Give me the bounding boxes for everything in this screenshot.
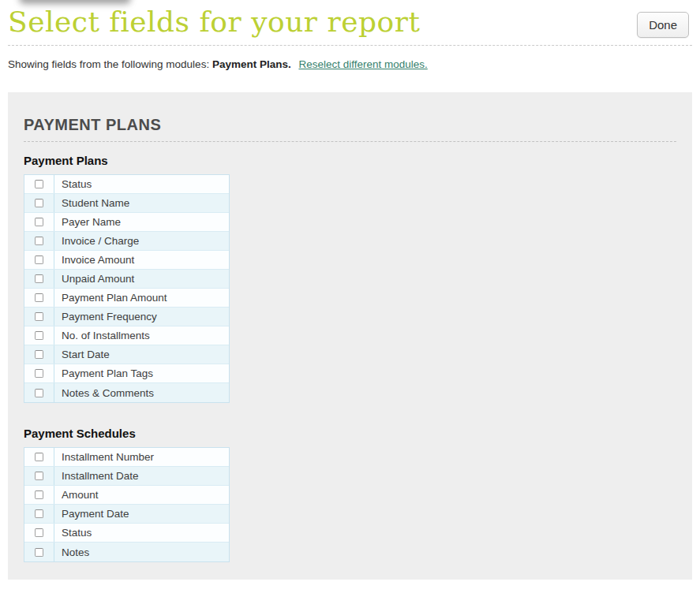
field-sections: Payment PlansStatusStudent NamePayer Nam… [24, 154, 676, 562]
checkbox-cell [24, 175, 54, 193]
field-row[interactable]: No. of Installments [24, 326, 229, 345]
checkbox-cell [24, 524, 54, 542]
field-checkbox[interactable] [35, 199, 43, 207]
field-row[interactable]: Invoice Amount [24, 251, 229, 270]
field-label: Student Name [54, 194, 129, 212]
field-table: Installment NumberInstallment DateAmount… [24, 447, 230, 562]
checkbox-cell [24, 289, 54, 307]
checkbox-cell [24, 448, 54, 466]
field-row[interactable]: Payment Frequency [24, 308, 229, 326]
field-label: Payer Name [54, 213, 121, 231]
checkbox-cell [24, 486, 54, 504]
field-checkbox[interactable] [35, 293, 43, 302]
field-label: Status [54, 175, 92, 193]
field-row[interactable]: Status [24, 175, 229, 194]
field-checkbox[interactable] [35, 255, 43, 264]
field-row[interactable]: Notes [24, 543, 229, 561]
field-label: Installment Number [54, 448, 154, 466]
reselect-modules-link[interactable]: Reselect different modules. [298, 58, 427, 70]
field-checkbox[interactable] [35, 369, 43, 378]
checkbox-cell [24, 326, 54, 345]
field-label: Payment Frequency [54, 308, 157, 326]
field-checkbox[interactable] [35, 331, 43, 340]
field-section: Payment PlansStatusStudent NamePayer Nam… [24, 154, 676, 403]
field-checkbox[interactable] [35, 312, 43, 321]
field-row[interactable]: Payment Date [24, 505, 229, 524]
field-checkbox[interactable] [35, 237, 43, 245]
panel-heading: PAYMENT PLANS [24, 116, 676, 134]
field-label: Notes & Comments [54, 383, 154, 402]
done-button[interactable]: Done [637, 12, 689, 38]
field-row[interactable]: Unpaid Amount [24, 270, 229, 289]
field-label: Invoice Amount [54, 251, 134, 269]
checkbox-cell [24, 270, 54, 288]
field-label: No. of Installments [54, 326, 150, 345]
checkbox-cell [24, 194, 54, 212]
checkbox-cell [24, 232, 54, 250]
field-row[interactable]: Installment Date [24, 467, 229, 486]
section-title: Payment Plans [24, 154, 676, 167]
field-checkbox[interactable] [35, 274, 43, 283]
field-row[interactable]: Payer Name [24, 213, 229, 232]
checkbox-cell [24, 364, 54, 382]
field-label: Start Date [54, 345, 110, 364]
field-label: Payment Plan Amount [54, 289, 167, 307]
checkbox-cell [24, 543, 54, 561]
field-label: Status [54, 524, 92, 542]
page: Select fields for your report Done Showi… [0, 0, 700, 580]
field-checkbox[interactable] [35, 509, 43, 518]
field-label: Notes [54, 543, 89, 561]
checkbox-cell [24, 505, 54, 523]
field-row[interactable]: Notes & Comments [24, 383, 229, 402]
checkbox-cell [24, 345, 54, 364]
panel-heading-divider [24, 141, 676, 142]
field-row[interactable]: Status [24, 524, 229, 543]
field-row[interactable]: Amount [24, 486, 229, 505]
field-checkbox[interactable] [35, 528, 43, 537]
field-row[interactable]: Invoice / Charge [24, 232, 229, 251]
field-checkbox[interactable] [35, 218, 43, 226]
field-label: Payment Plan Tags [54, 364, 153, 382]
page-header: Select fields for your report Done [8, 0, 692, 38]
modules-summary-prefix: Showing fields from the following module… [8, 58, 209, 70]
field-checkbox[interactable] [35, 180, 43, 188]
fields-panel: PAYMENT PLANS Payment PlansStatusStudent… [8, 92, 692, 580]
field-checkbox[interactable] [35, 548, 43, 557]
field-label: Payment Date [54, 505, 129, 523]
field-table: StatusStudent NamePayer NameInvoice / Ch… [24, 174, 230, 403]
field-section: Payment SchedulesInstallment NumberInsta… [24, 427, 676, 562]
checkbox-cell [24, 251, 54, 269]
modules-summary: Showing fields from the following module… [8, 58, 692, 70]
field-row[interactable]: Payment Plan Tags [24, 364, 229, 383]
field-checkbox[interactable] [35, 490, 43, 499]
header-divider [8, 45, 692, 46]
field-checkbox[interactable] [35, 350, 43, 359]
field-row[interactable]: Start Date [24, 345, 229, 364]
field-label: Installment Date [54, 467, 139, 485]
field-label: Unpaid Amount [54, 270, 134, 288]
checkbox-cell [24, 308, 54, 326]
checkbox-cell [24, 213, 54, 231]
field-row[interactable]: Student Name [24, 194, 229, 213]
checkbox-cell [24, 383, 54, 402]
field-row[interactable]: Payment Plan Amount [24, 289, 229, 308]
field-label: Amount [54, 486, 99, 504]
section-title: Payment Schedules [24, 427, 676, 440]
page-title: Select fields for your report [8, 6, 420, 38]
field-checkbox[interactable] [35, 453, 43, 461]
checkbox-cell [24, 467, 54, 485]
field-row[interactable]: Installment Number [24, 448, 229, 467]
selected-modules: Payment Plans. [212, 58, 291, 70]
field-checkbox[interactable] [35, 389, 43, 397]
field-label: Invoice / Charge [54, 232, 139, 250]
field-checkbox[interactable] [35, 472, 43, 480]
